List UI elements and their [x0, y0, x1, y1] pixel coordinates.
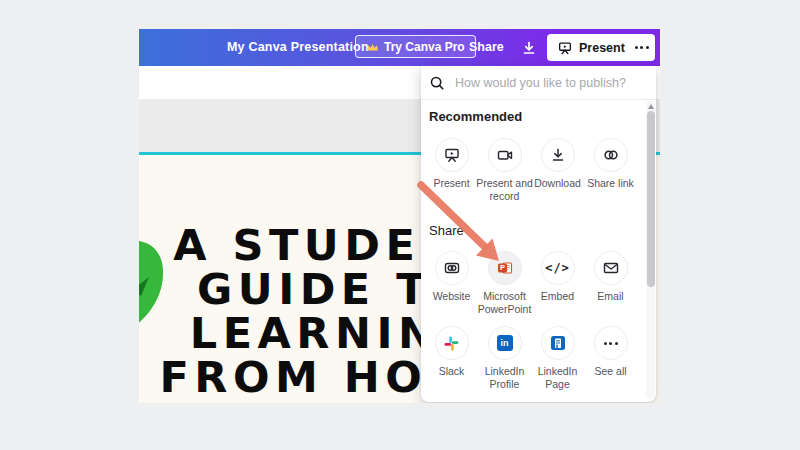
search-icon — [429, 75, 445, 91]
present-button[interactable]: Present — [547, 34, 635, 61]
linkedin-page-icon — [550, 335, 566, 351]
publish-option-embed[interactable]: </> Embed — [531, 251, 584, 316]
publish-option-slack[interactable]: Slack — [425, 326, 478, 391]
download-icon — [549, 146, 567, 164]
publish-option-download[interactable]: Download — [531, 138, 584, 203]
section-title-recommended: Recommended — [429, 109, 522, 124]
present-label: Present — [579, 41, 625, 55]
slack-icon — [443, 335, 460, 352]
publish-option-email[interactable]: Email — [584, 251, 637, 316]
section-title-share: Share — [429, 223, 464, 238]
download-button[interactable] — [517, 36, 541, 60]
try-canva-pro-button[interactable]: Try Canva Pro — [355, 35, 476, 58]
publish-option-linkedin-profile[interactable]: in LinkedIn Profile — [478, 326, 531, 391]
apps-row: Slack in LinkedIn Profile — [425, 326, 637, 391]
email-envelope-icon — [602, 259, 620, 277]
embed-code-icon: </> — [545, 261, 570, 275]
share-button[interactable]: Share — [469, 29, 504, 66]
publish-search-input[interactable] — [453, 75, 648, 91]
share-row: Website P Microsoft PowerPoint — [425, 251, 637, 316]
publish-option-linkedin-page[interactable]: LinkedIn Page — [531, 326, 584, 391]
more-options-button[interactable] — [628, 34, 655, 61]
svg-text:P: P — [499, 263, 504, 272]
screenshot-background: A STUDENT GUIDE TO LEARNING FROM HOME My… — [0, 0, 800, 450]
document-title[interactable]: My Canva Presentation — [227, 29, 369, 66]
link-icon — [602, 146, 620, 164]
publish-option-website[interactable]: Website — [425, 251, 478, 316]
canva-editor-window: A STUDENT GUIDE TO LEARNING FROM HOME My… — [139, 29, 660, 403]
powerpoint-icon: P — [496, 259, 514, 277]
try-pro-label: Try Canva Pro — [384, 40, 465, 54]
editor-toolbar: My Canva Presentation Try Canva Pro Shar… — [139, 29, 660, 66]
scrollbar-up-arrow-icon[interactable] — [648, 104, 654, 109]
panel-scrollbar-thumb[interactable] — [647, 111, 655, 287]
publish-search-row — [421, 66, 656, 100]
publish-option-see-all[interactable]: See all — [584, 326, 637, 391]
linkedin-icon: in — [497, 335, 513, 351]
publish-option-present-and-record[interactable]: Present and record — [478, 138, 531, 203]
publish-option-present[interactable]: Present — [425, 138, 478, 203]
website-icon — [443, 259, 461, 277]
recommended-row: Present Present and record — [425, 138, 637, 203]
present-icon — [443, 146, 461, 164]
publish-option-share-link[interactable]: Share link — [584, 138, 637, 203]
see-all-ellipsis-icon — [604, 342, 618, 345]
download-icon — [520, 39, 538, 57]
publish-dropdown-panel: Recommended Present — [421, 66, 656, 402]
publish-option-microsoft-powerpoint[interactable]: P Microsoft PowerPoint — [478, 251, 531, 316]
more-ellipsis-icon — [635, 46, 638, 49]
crown-icon — [366, 42, 379, 52]
video-camera-icon — [496, 146, 514, 164]
presentation-screen-icon — [557, 40, 573, 56]
